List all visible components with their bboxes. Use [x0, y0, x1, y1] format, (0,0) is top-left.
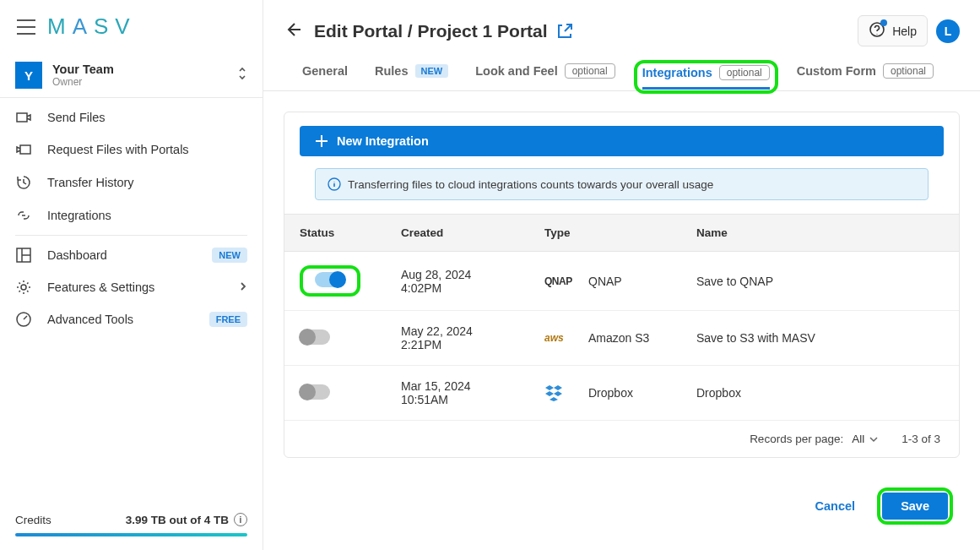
history-icon — [15, 174, 32, 191]
credits-label: Credits — [15, 514, 51, 526]
col-status: Status — [284, 215, 386, 252]
sidebar-item-integrations[interactable]: Integrations — [0, 199, 263, 231]
table-row: Mar 15, 2024 10:51AM Dropbox Dropbox — [284, 366, 959, 421]
sidebar-footer: Credits 3.99 TB out of 4 TB i — [0, 504, 263, 536]
topbar: Edit Portal / Project 1 Portal Help L — [263, 0, 980, 55]
info-icon — [328, 177, 341, 191]
external-link-icon[interactable] — [556, 23, 573, 40]
credits-value: 3.99 TB out of 4 TB — [126, 514, 229, 526]
new-integration-button[interactable]: New Integration — [300, 126, 944, 156]
team-switcher[interactable]: Y Your Team Owner — [0, 53, 263, 98]
gauge-icon — [15, 312, 32, 327]
divider — [15, 235, 247, 236]
info-icon[interactable]: i — [234, 513, 247, 526]
type-cell: aws Amazon S3 — [544, 331, 666, 345]
back-button[interactable] — [284, 20, 302, 42]
sidebar-item-features-settings[interactable]: Features & Settings — [0, 271, 263, 303]
type-cell: Dropbox — [544, 384, 666, 401]
footer-actions: Cancel Save — [284, 476, 960, 530]
sidebar-item-dashboard[interactable]: Dashboard NEW — [0, 239, 263, 271]
help-label: Help — [892, 25, 917, 38]
sidebar: MASV Y Your Team Owner Send Files Reques… — [0, 0, 263, 550]
help-button[interactable]: Help — [858, 15, 928, 46]
sidebar-header: MASV — [0, 14, 263, 53]
sidebar-item-send-files[interactable]: Send Files — [0, 101, 263, 133]
integrations-card: New Integration Transferring files to cl… — [284, 112, 960, 458]
name-cell: Save to QNAP — [681, 252, 959, 311]
name-cell: Save to S3 with MASV — [681, 311, 959, 366]
dropbox-logo-icon — [544, 384, 578, 401]
optional-pill: optional — [719, 65, 770, 80]
send-icon — [15, 110, 32, 125]
user-avatar[interactable]: L — [936, 19, 960, 43]
qnap-logo-icon: QNAP — [544, 275, 578, 287]
name-cell: Dropbox — [681, 366, 959, 421]
tab-general[interactable]: General — [302, 64, 348, 90]
tab-custom-form[interactable]: Custom Form optional — [797, 63, 934, 90]
tab-integrations-highlight: Integrations optional — [634, 60, 778, 94]
rpp-select[interactable]: All — [852, 433, 878, 445]
rpp-value: All — [852, 433, 864, 445]
optional-pill: optional — [565, 63, 615, 79]
tab-look-and-feel[interactable]: Look and Feel optional — [475, 63, 615, 90]
main: Edit Portal / Project 1 Portal Help L Ge… — [263, 0, 980, 550]
tab-label: Look and Feel — [475, 64, 558, 78]
sidebar-item-request-files[interactable]: Request Files with Portals — [0, 133, 263, 166]
team-info: Your Team Owner — [52, 63, 227, 88]
sidebar-item-label: Advanced Tools — [47, 313, 194, 326]
button-label: New Integration — [337, 134, 429, 148]
tab-label: Custom Form — [797, 64, 876, 78]
table-row: May 22, 2024 2:21PM aws Amazon S3 Save t… — [284, 311, 959, 366]
page-range: 1-3 of 3 — [901, 433, 940, 445]
col-created: Created — [386, 215, 529, 252]
sidebar-item-label: Features & Settings — [47, 280, 224, 294]
type-label: QNAP — [588, 275, 622, 288]
tabs: General Rules NEW Look and Feel optional… — [263, 55, 980, 91]
tab-label: General — [302, 64, 348, 78]
new-pill: NEW — [415, 64, 449, 78]
tab-integrations[interactable]: Integrations optional — [642, 65, 770, 89]
chevron-right-icon — [239, 280, 247, 295]
sidebar-item-label: Send Files — [47, 111, 247, 124]
tab-rules[interactable]: Rules NEW — [375, 64, 448, 90]
save-button[interactable]: Save — [882, 493, 948, 520]
rpp-label: Records per page: — [750, 433, 843, 445]
chevron-down-icon — [869, 436, 878, 443]
team-name: Your Team — [52, 63, 227, 76]
svg-point-1 — [21, 285, 26, 290]
tab-label: Rules — [375, 64, 409, 78]
sidebar-item-transfer-history[interactable]: Transfer History — [0, 166, 263, 199]
integrations-icon — [15, 208, 32, 223]
help-icon — [869, 21, 885, 41]
status-toggle[interactable] — [300, 384, 330, 400]
type-label: Dropbox — [588, 386, 633, 400]
sidebar-item-label: Dashboard — [47, 248, 197, 262]
sidebar-item-label: Integrations — [47, 209, 247, 222]
created-cell: Mar 15, 2024 10:51AM — [386, 366, 529, 421]
type-cell: QNAP QNAP — [544, 275, 666, 288]
cancel-button[interactable]: Cancel — [804, 493, 868, 520]
sidebar-item-advanced-tools[interactable]: Advanced Tools FREE — [0, 303, 263, 335]
col-name: Name — [681, 215, 959, 252]
toggle-highlight — [300, 265, 360, 297]
unfold-icon — [237, 66, 247, 84]
save-highlight: Save — [877, 487, 953, 525]
status-toggle[interactable] — [315, 272, 345, 287]
tab-label: Integrations — [642, 66, 712, 79]
created-cell: May 22, 2024 2:21PM — [386, 311, 529, 366]
type-label: Amazon S3 — [588, 331, 649, 345]
status-toggle[interactable] — [300, 329, 330, 345]
sidebar-item-label: Transfer History — [47, 176, 247, 189]
gear-icon — [15, 280, 32, 295]
notification-dot — [880, 19, 887, 26]
dashboard-icon — [15, 248, 32, 263]
col-type: Type — [529, 215, 681, 252]
created-cell: Aug 28, 2024 4:02PM — [386, 252, 529, 311]
menu-icon[interactable] — [17, 19, 35, 35]
credits-bar — [15, 533, 247, 536]
integrations-table: Status Created Type Name Aug 28, 2024 4 — [284, 215, 959, 421]
content: New Integration Transferring files to cl… — [263, 91, 980, 550]
free-badge: FREE — [209, 312, 247, 327]
info-text: Transferring files to cloud integrations… — [348, 178, 713, 191]
info-banner: Transferring files to cloud integrations… — [315, 168, 929, 200]
